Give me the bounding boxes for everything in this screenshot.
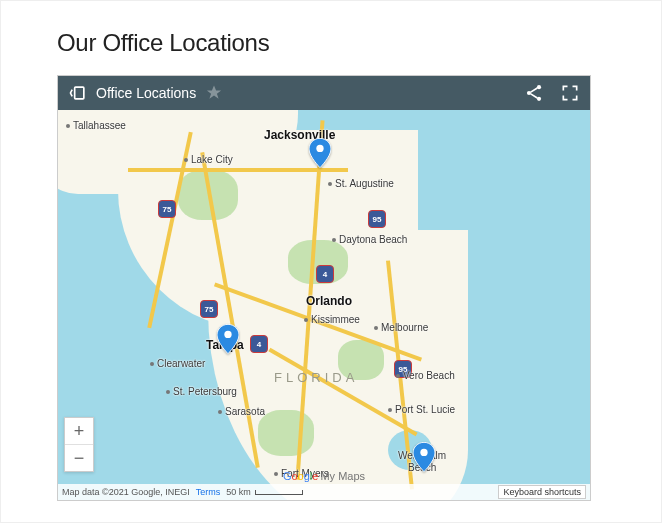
zoom-control: + − — [64, 417, 94, 472]
interstate-shield: 4 — [316, 265, 334, 283]
interstate-shield: 4 — [250, 335, 268, 353]
pin-jacksonville[interactable] — [309, 138, 331, 168]
svg-rect-0 — [75, 87, 84, 99]
city-label: Lake City — [184, 154, 233, 165]
state-label: FLORIDA — [274, 370, 358, 385]
city-label: Tallahassee — [66, 120, 126, 131]
google-my-maps-logo: GoogleMy Maps — [283, 470, 365, 482]
map-toolbar: Office Locations — [58, 76, 590, 110]
star-icon[interactable] — [204, 83, 224, 103]
city-label: Kissimmee — [304, 314, 360, 325]
scale-bar — [255, 490, 303, 495]
city-label: Daytona Beach — [332, 234, 407, 245]
city-label: Vero Beach — [396, 370, 455, 381]
zoom-out-button[interactable]: − — [65, 445, 93, 471]
scale-label: 50 km — [226, 487, 251, 497]
map-widget: Office Locations 75 75 4 4 95 — [57, 75, 591, 501]
city-label: Clearwater — [150, 358, 205, 369]
svg-point-5 — [224, 331, 231, 338]
share-icon[interactable] — [524, 83, 544, 103]
svg-point-4 — [316, 145, 323, 152]
interstate-shield: 75 — [158, 200, 176, 218]
city-label: St. Augustine — [328, 178, 394, 189]
city-label: Sarasota — [218, 406, 265, 417]
map-footer: Map data ©2021 Google, INEGI Terms 50 km… — [58, 484, 590, 500]
interstate-shield: 75 — [200, 300, 218, 318]
zoom-in-button[interactable]: + — [65, 418, 93, 444]
map-canvas[interactable]: 75 75 4 4 95 95 Tallahassee Lake City Ja… — [58, 110, 590, 500]
fullscreen-icon[interactable] — [560, 83, 580, 103]
pin-tampa[interactable] — [217, 324, 239, 354]
city-label: Melbourne — [374, 322, 428, 333]
map-attribution: Map data ©2021 Google, INEGI — [62, 487, 190, 497]
pin-west-palm-beach[interactable] — [413, 442, 435, 472]
city-label: Port St. Lucie — [388, 404, 455, 415]
map-title: Office Locations — [96, 85, 196, 101]
page-title: Our Office Locations — [57, 29, 605, 57]
keyboard-shortcuts-button[interactable]: Keyboard shortcuts — [498, 485, 586, 499]
interstate-shield: 95 — [368, 210, 386, 228]
terms-link[interactable]: Terms — [196, 487, 221, 497]
city-label: St. Petersburg — [166, 386, 237, 397]
city-label: Orlando — [306, 294, 352, 308]
svg-point-6 — [420, 449, 427, 456]
sidebar-toggle-icon[interactable] — [68, 83, 88, 103]
